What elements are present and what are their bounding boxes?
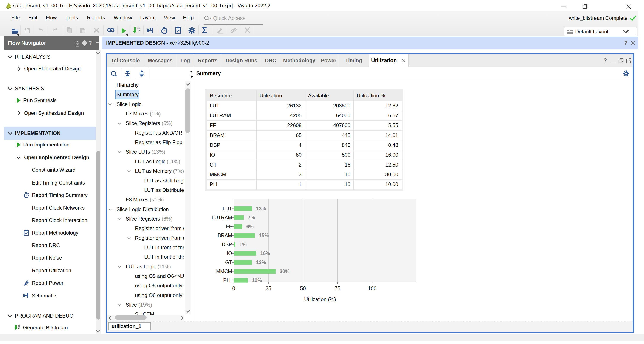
svg-text:16%: 16%: [260, 250, 270, 256]
svg-text:BRAM: BRAM: [218, 233, 232, 238]
svg-text:DSP: DSP: [222, 242, 232, 247]
svg-text:15%: 15%: [259, 233, 268, 238]
svg-text:PLL: PLL: [223, 277, 232, 283]
svg-text:6%: 6%: [246, 224, 254, 229]
svg-text:MMCM: MMCM: [216, 269, 232, 274]
svg-text:10%: 10%: [252, 277, 262, 283]
svg-text:GT: GT: [225, 259, 232, 265]
svg-text:LUT: LUT: [223, 206, 232, 211]
svg-text:13%: 13%: [256, 259, 266, 265]
svg-text:IO: IO: [227, 250, 232, 256]
svg-text:01: 01: [137, 27, 140, 30]
svg-text:10: 10: [137, 30, 140, 32]
svg-text:10: 10: [18, 327, 20, 329]
svg-text:FF: FF: [226, 224, 232, 229]
svg-text:0: 0: [232, 285, 235, 291]
svg-text:1%: 1%: [239, 242, 246, 247]
svg-text:30%: 30%: [280, 269, 290, 274]
svg-text:25: 25: [266, 285, 271, 291]
svg-text:13%: 13%: [256, 206, 266, 211]
svg-text:50: 50: [300, 285, 306, 291]
svg-text:01: 01: [18, 325, 20, 327]
svg-text:75: 75: [335, 285, 340, 291]
svg-text:LUTRAM: LUTRAM: [212, 215, 232, 220]
svg-text:7%: 7%: [248, 215, 255, 220]
svg-text:Utilization (%): Utilization (%): [304, 296, 336, 302]
svg-text:100: 100: [368, 285, 376, 291]
